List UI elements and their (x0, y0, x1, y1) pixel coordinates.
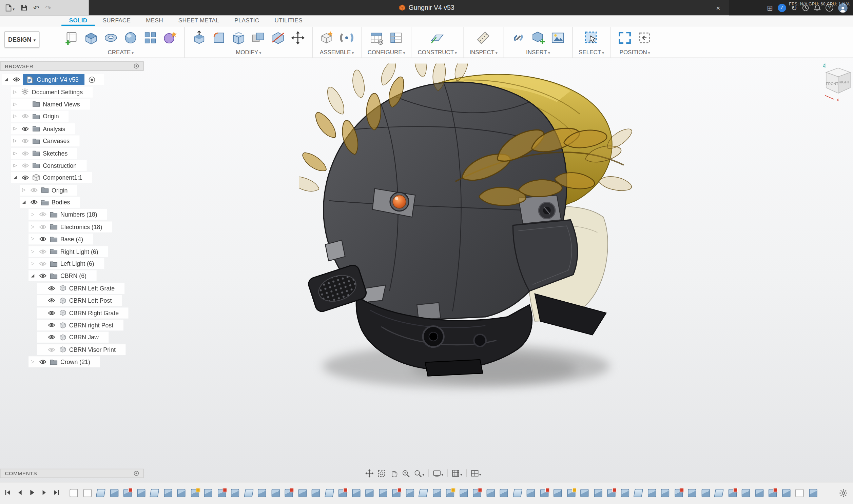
visibility-eye-icon[interactable] (20, 113, 30, 119)
timeline-feature-46-box-red[interactable] (675, 489, 683, 497)
tab-mesh[interactable]: MESH (138, 15, 171, 26)
visibility-eye-icon[interactable] (47, 322, 56, 328)
group-label-construct[interactable]: CONSTRUCT (418, 49, 457, 55)
timeline-feature-34-plane[interactable] (512, 489, 522, 497)
browser-row-cbrn-jaw[interactable]: CBRN Jaw (0, 331, 144, 343)
expand-arrow-icon[interactable]: ▷ (30, 225, 36, 229)
browser-row-cbrn-right-grate[interactable]: CBRN Right Grate (0, 307, 144, 319)
browser-item-label[interactable]: CBRN right Post (69, 322, 115, 328)
browser-item-label[interactable]: Sketches (43, 150, 69, 156)
timeline-feature-13-box[interactable] (231, 489, 239, 497)
extrude-icon[interactable] (83, 30, 99, 46)
timeline-feature-2-doc[interactable] (83, 489, 91, 497)
insert-link-icon[interactable] (510, 30, 527, 46)
create-sketch-icon[interactable] (63, 30, 80, 46)
group-label-create[interactable]: CREATE (108, 49, 134, 55)
activate-radio-icon[interactable] (88, 76, 95, 83)
torus-icon[interactable] (102, 30, 119, 46)
expand-arrow-icon[interactable]: ▷ (12, 102, 18, 106)
timeline-feature-50-box-red[interactable] (728, 489, 736, 497)
visibility-eye-icon[interactable] (38, 273, 47, 278)
browser-item-label[interactable]: Right Light (6) (60, 248, 99, 254)
browser-row-cbrn-left-post[interactable]: CBRN Left Post (0, 294, 144, 307)
collapse-arrow-icon[interactable]: ◢ (3, 77, 10, 82)
browser-item-label[interactable]: Component1:1 (43, 175, 84, 181)
browser-row-right-light-6[interactable]: ▷Right Light (6) (0, 246, 144, 257)
visibility-eye-icon[interactable] (38, 212, 47, 217)
browser-item-label[interactable]: Origin (52, 187, 69, 193)
workspace-selector[interactable]: DESIGN (4, 31, 40, 48)
browser-row-sketches[interactable]: ▷Sketches (0, 147, 144, 159)
timeline-feature-6-box[interactable] (137, 489, 145, 497)
configuration-table-icon[interactable] (368, 30, 385, 46)
timeline-feature-36-box-red[interactable] (540, 489, 548, 497)
select-icon[interactable] (583, 30, 599, 46)
browser-row-origin[interactable]: ▷Origin (0, 110, 144, 122)
timeline-feature-29-box-yellow[interactable] (446, 489, 454, 497)
selected-item[interactable]: Gungnir V4 v53 (23, 74, 85, 85)
help-icon[interactable]: ? (825, 4, 833, 12)
browser-header[interactable]: BROWSER (0, 61, 144, 71)
revert-position-icon[interactable] (636, 30, 653, 46)
panel-collapse-icon[interactable] (134, 64, 139, 69)
visibility-eye-icon[interactable] (38, 359, 47, 365)
visibility-eye-icon[interactable] (29, 200, 38, 205)
timeline-feature-16-box[interactable] (271, 489, 279, 497)
fit-icon[interactable] (378, 469, 386, 477)
browser-row-origin[interactable]: ▷Origin (0, 184, 144, 196)
browser-item-label[interactable]: Left Light (6) (60, 260, 95, 267)
capture-position-icon[interactable] (616, 30, 633, 46)
browser-item-label[interactable]: Construction (43, 162, 78, 169)
timeline-feature-20-plane[interactable] (324, 489, 334, 497)
browser-row-left-light-6[interactable]: ▷Left Light (6) (0, 257, 144, 270)
group-label-insert[interactable]: INSERT (526, 49, 550, 55)
browser-row-electronics-18[interactable]: ▷Electronics (18) (0, 221, 144, 233)
split-body-icon[interactable] (270, 30, 286, 46)
browser-row-cbrn-visor-print[interactable]: CBRN Visor Print (0, 343, 144, 356)
visibility-eye-icon[interactable] (20, 175, 30, 180)
grid-snap-icon[interactable] (451, 468, 462, 478)
timeline-feature-52-box[interactable] (755, 489, 763, 497)
insert-canvas-icon[interactable] (550, 30, 566, 46)
visibility-eye-icon[interactable] (20, 138, 30, 144)
zoom-icon[interactable] (414, 468, 424, 478)
browser-row-numbers-18[interactable]: ▷Numbers (18) (0, 209, 144, 221)
step-forward-icon[interactable] (41, 488, 48, 498)
browser-item-label[interactable]: CBRN Left Post (69, 297, 113, 304)
timeline-feature-22-box[interactable] (352, 489, 360, 497)
joint-icon[interactable] (338, 30, 355, 46)
browser-item-label[interactable]: CBRN Left Grate (69, 285, 116, 291)
timeline-feature-38-box-yellow[interactable] (567, 489, 575, 497)
timeline-feature-40-box[interactable] (594, 489, 602, 497)
timeline-feature-39-box[interactable] (580, 489, 589, 497)
panel-collapse-icon[interactable] (134, 471, 139, 476)
expand-arrow-icon[interactable]: ▷ (30, 237, 36, 241)
timeline-feature-47-box[interactable] (688, 489, 696, 497)
browser-item-label[interactable]: Canvases (43, 138, 71, 144)
pan-hand-icon[interactable] (389, 469, 398, 477)
timeline-feature-44-box[interactable] (647, 489, 656, 497)
collapse-arrow-icon[interactable]: ◢ (30, 274, 36, 278)
timeline-feature-12-box-red[interactable] (217, 489, 226, 497)
browser-row-construction[interactable]: ▷Construction (0, 159, 144, 172)
timeline-feature-7-plane[interactable] (150, 489, 159, 497)
visibility-eye-icon[interactable] (20, 163, 30, 168)
timeline-feature-28-box[interactable] (432, 489, 440, 497)
group-label-modify[interactable]: MODIFY (236, 49, 261, 55)
browser-row-cbrn-left-grate[interactable]: CBRN Left Grate (0, 282, 144, 294)
timeline-feature-26-box[interactable] (406, 489, 414, 497)
visibility-eye-icon[interactable] (47, 347, 56, 352)
browser-row-cbrn-right-post[interactable]: CBRN right Post (0, 319, 144, 331)
file-menu-icon[interactable] (5, 4, 15, 11)
timeline-feature-51-box[interactable] (742, 489, 750, 497)
group-label-assemble[interactable]: ASSEMBLE (320, 49, 354, 55)
timeline-feature-14-plane[interactable] (244, 489, 254, 497)
zoom-window-icon[interactable] (402, 469, 410, 477)
browser-item-label[interactable]: Bodies (52, 199, 71, 205)
browser-row-crown-21[interactable]: ▷Crown (21) (0, 356, 144, 368)
timeline-feature-19-box[interactable] (312, 489, 320, 497)
redo-icon[interactable]: ↷ (45, 4, 51, 11)
timeline-feature-25-box-red[interactable] (392, 489, 400, 497)
collapse-arrow-icon[interactable]: ◢ (21, 200, 27, 204)
timeline-feature-17-box-red[interactable] (284, 489, 293, 497)
